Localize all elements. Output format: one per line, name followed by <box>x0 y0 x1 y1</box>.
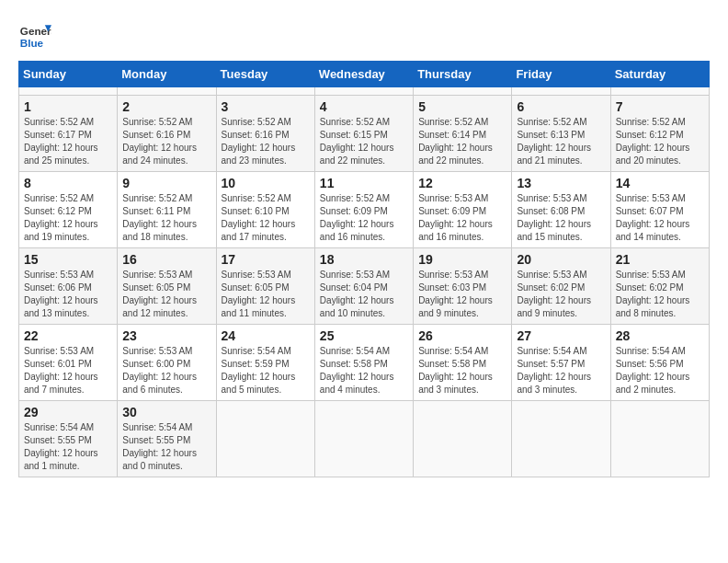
day-info: Sunrise: 5:54 AM Sunset: 5:57 PM Dayligh… <box>517 345 605 396</box>
calendar-cell <box>118 87 216 96</box>
calendar-cell: 26Sunrise: 5:54 AM Sunset: 5:58 PM Dayli… <box>414 325 512 401</box>
day-number: 22 <box>24 328 112 343</box>
day-info: Sunrise: 5:52 AM Sunset: 6:14 PM Dayligh… <box>418 116 506 167</box>
calendar-cell: 3Sunrise: 5:52 AM Sunset: 6:16 PM Daylig… <box>216 96 314 172</box>
svg-text:Blue: Blue <box>20 37 44 49</box>
day-number: 17 <box>222 252 310 267</box>
day-number: 10 <box>222 176 310 190</box>
day-number: 21 <box>616 252 704 267</box>
calendar-cell: 16Sunrise: 5:53 AM Sunset: 6:05 PM Dayli… <box>118 248 216 325</box>
calendar-cell: 22Sunrise: 5:53 AM Sunset: 6:01 PM Dayli… <box>19 325 118 401</box>
calendar-cell: 7Sunrise: 5:52 AM Sunset: 6:12 PM Daylig… <box>610 96 709 172</box>
calendar-cell <box>19 87 118 96</box>
calendar-cell: 13Sunrise: 5:53 AM Sunset: 6:08 PM Dayli… <box>512 172 610 248</box>
day-number: 20 <box>517 252 605 267</box>
calendar-week-5: 29Sunrise: 5:54 AM Sunset: 5:55 PM Dayli… <box>19 401 710 477</box>
calendar-cell: 9Sunrise: 5:52 AM Sunset: 6:11 PM Daylig… <box>118 172 216 248</box>
calendar-cell <box>216 87 314 96</box>
day-number: 23 <box>122 328 210 343</box>
calendar-cell: 30Sunrise: 5:54 AM Sunset: 5:55 PM Dayli… <box>118 401 216 477</box>
day-number: 16 <box>122 252 210 267</box>
calendar-cell <box>314 401 413 477</box>
weekday-header-tuesday: Tuesday <box>216 62 314 87</box>
calendar-cell: 14Sunrise: 5:53 AM Sunset: 6:07 PM Dayli… <box>610 172 709 248</box>
calendar-cell: 12Sunrise: 5:53 AM Sunset: 6:09 PM Dayli… <box>414 172 512 248</box>
day-info: Sunrise: 5:52 AM Sunset: 6:17 PM Dayligh… <box>24 116 112 167</box>
calendar-cell: 15Sunrise: 5:53 AM Sunset: 6:06 PM Dayli… <box>19 248 118 325</box>
calendar-cell <box>610 87 709 96</box>
day-info: Sunrise: 5:54 AM Sunset: 5:56 PM Dayligh… <box>616 345 704 396</box>
logo: General Blue <box>18 18 51 52</box>
calendar-cell <box>414 401 512 477</box>
day-number: 19 <box>418 252 506 267</box>
day-info: Sunrise: 5:53 AM Sunset: 6:00 PM Dayligh… <box>122 345 210 396</box>
calendar-cell: 23Sunrise: 5:53 AM Sunset: 6:00 PM Dayli… <box>118 325 216 401</box>
calendar-week-1: 1Sunrise: 5:52 AM Sunset: 6:17 PM Daylig… <box>19 96 710 172</box>
calendar-cell <box>314 87 413 96</box>
day-number: 5 <box>418 99 506 114</box>
day-number: 6 <box>517 99 605 114</box>
day-number: 12 <box>418 176 506 190</box>
day-number: 18 <box>320 252 408 267</box>
day-number: 30 <box>122 405 210 419</box>
day-info: Sunrise: 5:52 AM Sunset: 6:15 PM Dayligh… <box>320 116 408 167</box>
calendar-cell: 29Sunrise: 5:54 AM Sunset: 5:55 PM Dayli… <box>19 401 118 477</box>
day-info: Sunrise: 5:53 AM Sunset: 6:05 PM Dayligh… <box>122 269 210 320</box>
weekday-header-thursday: Thursday <box>414 62 512 87</box>
calendar-cell <box>512 401 610 477</box>
calendar-cell <box>216 401 314 477</box>
calendar-cell: 21Sunrise: 5:53 AM Sunset: 6:02 PM Dayli… <box>610 248 709 325</box>
calendar-week-2: 8Sunrise: 5:52 AM Sunset: 6:12 PM Daylig… <box>19 172 710 248</box>
page-header: General Blue <box>18 18 710 52</box>
calendar-cell <box>610 401 709 477</box>
day-number: 8 <box>24 176 112 190</box>
day-number: 25 <box>320 328 408 343</box>
day-number: 14 <box>616 176 704 190</box>
calendar-cell <box>512 87 610 96</box>
day-number: 3 <box>222 99 310 114</box>
day-info: Sunrise: 5:52 AM Sunset: 6:10 PM Dayligh… <box>222 192 310 244</box>
calendar-week-3: 15Sunrise: 5:53 AM Sunset: 6:06 PM Dayli… <box>19 248 710 325</box>
day-info: Sunrise: 5:53 AM Sunset: 6:09 PM Dayligh… <box>418 192 506 244</box>
calendar-week-4: 22Sunrise: 5:53 AM Sunset: 6:01 PM Dayli… <box>19 325 710 401</box>
day-number: 26 <box>418 328 506 343</box>
calendar-cell: 1Sunrise: 5:52 AM Sunset: 6:17 PM Daylig… <box>19 96 118 172</box>
calendar-cell: 24Sunrise: 5:54 AM Sunset: 5:59 PM Dayli… <box>216 325 314 401</box>
day-number: 27 <box>517 328 605 343</box>
calendar-cell: 25Sunrise: 5:54 AM Sunset: 5:58 PM Dayli… <box>314 325 413 401</box>
calendar-cell: 28Sunrise: 5:54 AM Sunset: 5:56 PM Dayli… <box>610 325 709 401</box>
weekday-header-saturday: Saturday <box>610 62 709 87</box>
calendar-header: SundayMondayTuesdayWednesdayThursdayFrid… <box>19 62 710 87</box>
calendar-cell: 8Sunrise: 5:52 AM Sunset: 6:12 PM Daylig… <box>19 172 118 248</box>
day-info: Sunrise: 5:53 AM Sunset: 6:01 PM Dayligh… <box>24 345 112 396</box>
calendar-cell: 20Sunrise: 5:53 AM Sunset: 6:02 PM Dayli… <box>512 248 610 325</box>
day-info: Sunrise: 5:52 AM Sunset: 6:12 PM Dayligh… <box>24 192 112 244</box>
day-info: Sunrise: 5:52 AM Sunset: 6:12 PM Dayligh… <box>616 116 704 167</box>
day-info: Sunrise: 5:52 AM Sunset: 6:13 PM Dayligh… <box>517 116 605 167</box>
day-info: Sunrise: 5:53 AM Sunset: 6:06 PM Dayligh… <box>24 269 112 320</box>
day-number: 24 <box>222 328 310 343</box>
day-info: Sunrise: 5:54 AM Sunset: 5:59 PM Dayligh… <box>222 345 310 396</box>
day-number: 7 <box>616 99 704 114</box>
day-number: 9 <box>122 176 210 190</box>
day-info: Sunrise: 5:53 AM Sunset: 6:02 PM Dayligh… <box>616 269 704 320</box>
day-number: 28 <box>616 328 704 343</box>
calendar-cell: 19Sunrise: 5:53 AM Sunset: 6:03 PM Dayli… <box>414 248 512 325</box>
weekday-header-friday: Friday <box>512 62 610 87</box>
day-number: 13 <box>517 176 605 190</box>
weekday-header-wednesday: Wednesday <box>314 62 413 87</box>
day-info: Sunrise: 5:53 AM Sunset: 6:07 PM Dayligh… <box>616 192 704 244</box>
day-info: Sunrise: 5:52 AM Sunset: 6:16 PM Dayligh… <box>222 116 310 167</box>
calendar-week-0 <box>19 87 710 96</box>
day-info: Sunrise: 5:52 AM Sunset: 6:16 PM Dayligh… <box>122 116 210 167</box>
day-number: 11 <box>320 176 408 190</box>
day-info: Sunrise: 5:54 AM Sunset: 5:58 PM Dayligh… <box>320 345 408 396</box>
calendar-table: SundayMondayTuesdayWednesdayThursdayFrid… <box>18 61 710 477</box>
calendar-cell: 2Sunrise: 5:52 AM Sunset: 6:16 PM Daylig… <box>118 96 216 172</box>
day-info: Sunrise: 5:52 AM Sunset: 6:09 PM Dayligh… <box>320 192 408 244</box>
day-number: 4 <box>320 99 408 114</box>
day-number: 15 <box>24 252 112 267</box>
day-number: 1 <box>24 99 112 114</box>
weekday-header-sunday: Sunday <box>19 62 118 87</box>
day-info: Sunrise: 5:53 AM Sunset: 6:02 PM Dayligh… <box>517 269 605 320</box>
